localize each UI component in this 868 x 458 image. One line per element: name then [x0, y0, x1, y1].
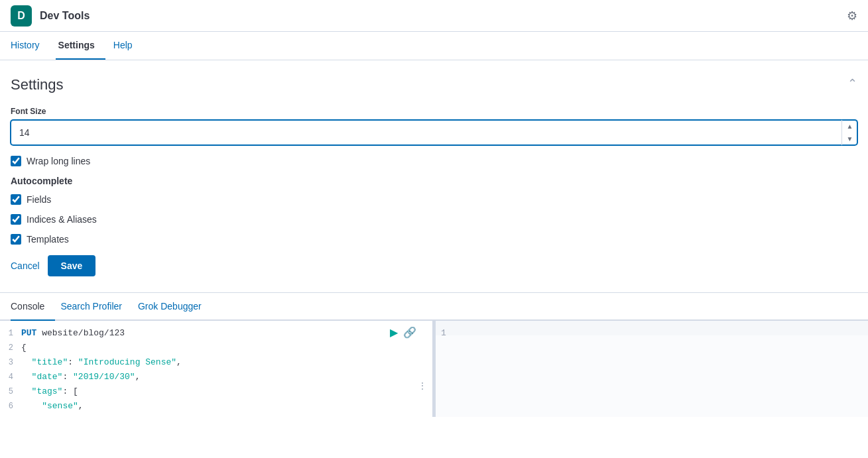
right-editor-panel[interactable]: 1: [436, 321, 868, 417]
line-num-2: 2: [0, 341, 21, 355]
wrap-long-lines-checkbox[interactable]: [11, 156, 21, 166]
line-content-3: "title": "Introducing Sense",: [21, 355, 393, 370]
autocomplete-templates-checkbox[interactable]: [11, 234, 21, 245]
link-icon[interactable]: 🔗: [403, 326, 416, 339]
code-line-7: 7 "kibana",: [0, 414, 432, 417]
code-line-3: 3 "title": "Introducing Sense",: [0, 355, 432, 370]
right-line-1: 1: [436, 321, 868, 335]
line-num-7: 7: [0, 414, 21, 417]
tab-history[interactable]: History: [11, 32, 50, 60]
line-num-6: 6: [0, 399, 21, 414]
app-header: D Dev Tools ⚙: [0, 0, 868, 32]
line-num-1: 1: [0, 326, 21, 341]
editor-area: 1 PUT website/blog/123 2 { 3 "title": "I…: [0, 321, 868, 417]
line-num-3: 3: [0, 355, 21, 370]
autocomplete-indices-row: Indices & Aliases: [11, 214, 857, 225]
action-buttons: Cancel Save: [11, 255, 857, 276]
save-button[interactable]: Save: [48, 255, 96, 276]
code-line-2: 2 {: [0, 341, 432, 355]
line-num-5: 5: [0, 384, 21, 399]
settings-title: Settings: [11, 76, 857, 93]
autocomplete-templates-label: Templates: [27, 234, 69, 245]
font-size-field: ▲ ▼: [11, 120, 857, 145]
line-num-4: 4: [0, 370, 21, 384]
tab-settings[interactable]: Settings: [56, 32, 105, 60]
line-content-6: "sense",: [21, 399, 393, 414]
autocomplete-indices-checkbox[interactable]: [11, 214, 21, 225]
autocomplete-templates-row: Templates: [11, 234, 857, 245]
line-content-2: {: [21, 341, 393, 355]
code-editor[interactable]: 1 PUT website/blog/123 2 { 3 "title": "I…: [0, 321, 432, 417]
top-tabs: History Settings Help: [0, 32, 868, 60]
settings-panel: Settings ⌃ Font Size ▲ ▼ Wrap long lines…: [0, 60, 868, 292]
line-content-1: PUT website/blog/123: [21, 326, 393, 341]
font-size-label: Font Size: [11, 107, 857, 116]
tab-console[interactable]: Console: [11, 293, 55, 321]
code-line-4: 4 "date": "2019/10/30",: [0, 370, 432, 384]
more-icon[interactable]: ⋮: [418, 380, 427, 391]
autocomplete-indices-label: Indices & Aliases: [27, 214, 97, 225]
spin-up-button[interactable]: ▲: [842, 120, 857, 133]
play-icon[interactable]: ▶: [390, 326, 398, 339]
code-line-5: 5 "tags": [: [0, 384, 432, 399]
tab-grok-debugger[interactable]: Grok Debugger: [138, 293, 212, 321]
collapse-icon[interactable]: ⌃: [847, 76, 857, 91]
bottom-tabs: Console Search Profiler Grok Debugger: [0, 293, 868, 321]
left-editor-panel[interactable]: 1 PUT website/blog/123 2 { 3 "title": "I…: [0, 321, 433, 417]
tab-search-profiler[interactable]: Search Profiler: [60, 293, 133, 321]
autocomplete-fields-label: Fields: [27, 194, 51, 205]
autocomplete-title: Autocomplete: [11, 176, 857, 186]
gear-icon[interactable]: ⚙: [847, 9, 857, 23]
line-content-7: "kibana",: [21, 414, 393, 417]
code-line-1: 1 PUT website/blog/123: [0, 326, 432, 341]
wrap-long-lines-label: Wrap long lines: [27, 156, 90, 166]
header-left: D Dev Tools: [11, 5, 90, 27]
autocomplete-group: Autocomplete Fields Indices & Aliases Te…: [11, 176, 857, 245]
autocomplete-fields-checkbox[interactable]: [11, 194, 21, 205]
line-content-5: "tags": [: [21, 384, 393, 399]
line-actions: ▶ 🔗: [390, 326, 416, 339]
wrap-long-lines-row: Wrap long lines: [11, 156, 857, 166]
code-line-6: 6 "sense",: [0, 399, 432, 414]
app-title: Dev Tools: [40, 10, 90, 22]
spin-down-button[interactable]: ▼: [842, 133, 857, 145]
cancel-button[interactable]: Cancel: [11, 255, 40, 276]
app-icon: D: [11, 5, 32, 27]
tab-help[interactable]: Help: [111, 32, 143, 60]
spin-buttons: ▲ ▼: [841, 120, 857, 145]
line-content-4: "date": "2019/10/30",: [21, 370, 393, 384]
font-size-input[interactable]: [11, 120, 857, 145]
autocomplete-fields-row: Fields: [11, 194, 857, 205]
